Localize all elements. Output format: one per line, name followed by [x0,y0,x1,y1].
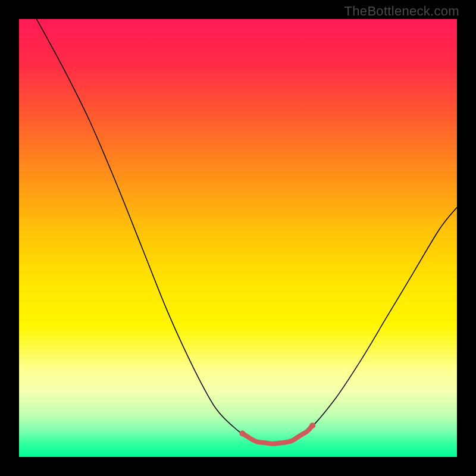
watermark-text: TheBottleneck.com [345,4,459,19]
bottleneck-curve [36,19,457,444]
optimal-range-start-dot [239,430,245,436]
plot-area [19,19,457,457]
optimal-range-end-dot [309,422,315,428]
chart-frame: TheBottleneck.com [0,0,476,476]
curve-layer [19,19,457,457]
optimal-range-highlight [242,425,312,444]
